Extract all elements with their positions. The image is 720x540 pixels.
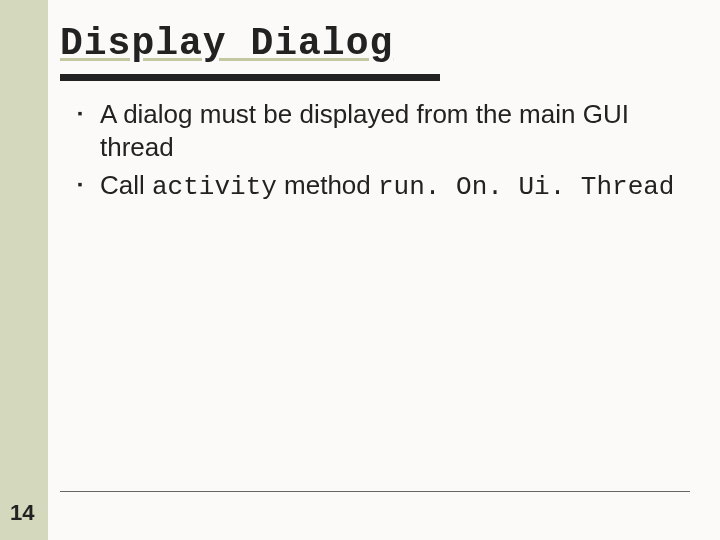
sidebar-accent [0,0,48,540]
page-number: 14 [10,500,34,526]
bullet-text: A dialog must be displayed from the main… [100,98,690,163]
bullet-item: ▪A dialog must be displayed from the mai… [60,98,690,163]
bullet-marker: ▪ [60,98,100,128]
code-span: activity [152,172,277,202]
slide-title: Display Dialog [60,22,393,65]
slide-content: ▪A dialog must be displayed from the mai… [60,92,690,210]
bullet-text: Call activity method run. On. Ui. Thread [100,169,690,204]
text-span: A dialog must be displayed from the main… [100,99,629,162]
text-span: method [277,170,378,200]
bullet-list: ▪A dialog must be displayed from the mai… [60,98,690,204]
title-underline [60,74,440,81]
text-span: Call [100,170,152,200]
bullet-marker: ▪ [60,169,100,199]
bullet-item: ▪Call activity method run. On. Ui. Threa… [60,169,690,204]
code-span: run. On. Ui. Thread [378,172,674,202]
footer-divider [60,491,690,492]
